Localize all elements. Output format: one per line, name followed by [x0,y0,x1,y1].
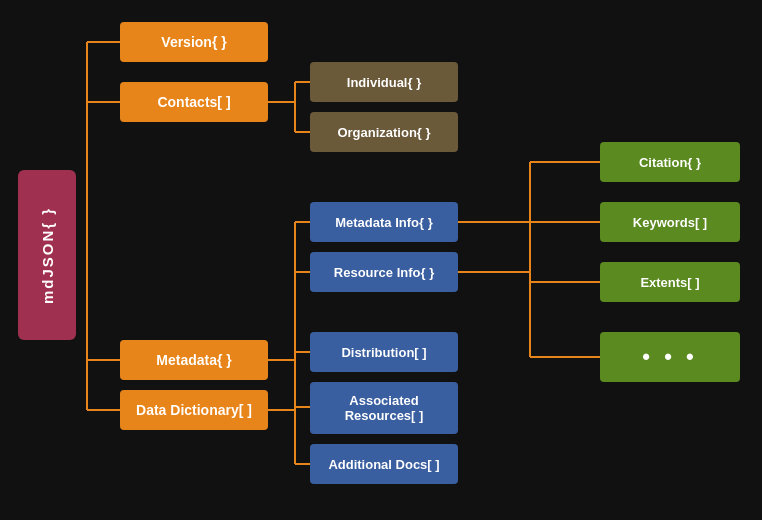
version-label: Version{ } [161,34,226,50]
contacts-box: Contacts[ ] [120,82,268,122]
root-label: mdJSON{ } [39,206,56,303]
citation-box: Citation{ } [600,142,740,182]
more-label: • • • [642,344,697,370]
organization-label: Organization{ } [337,125,430,140]
keywords-label: Keywords[ ] [633,215,707,230]
version-box: Version{ } [120,22,268,62]
datadictionary-label: Data Dictionary[ ] [136,402,252,418]
additionaldocs-label: Additional Docs[ ] [328,457,439,472]
individual-box: Individual{ } [310,62,458,102]
more-box: • • • [600,332,740,382]
metadata-label: Metadata{ } [156,352,231,368]
additionaldocs-box: Additional Docs[ ] [310,444,458,484]
contacts-label: Contacts[ ] [157,94,230,110]
associatedresources-box: Associated Resources[ ] [310,382,458,434]
metadatainfo-label: Metadata Info{ } [335,215,433,230]
distribution-box: Distribution[ ] [310,332,458,372]
datadictionary-box: Data Dictionary[ ] [120,390,268,430]
citation-label: Citation{ } [639,155,701,170]
associatedresources-label: Associated Resources[ ] [318,393,450,423]
resourceinfo-label: Resource Info{ } [334,265,434,280]
extents-box: Extents[ ] [600,262,740,302]
organization-box: Organization{ } [310,112,458,152]
resourceinfo-box: Resource Info{ } [310,252,458,292]
extents-label: Extents[ ] [640,275,699,290]
keywords-box: Keywords[ ] [600,202,740,242]
individual-label: Individual{ } [347,75,421,90]
distribution-label: Distribution[ ] [341,345,426,360]
root-box: mdJSON{ } [18,170,76,340]
metadata-box: Metadata{ } [120,340,268,380]
diagram: mdJSON{ } [0,0,762,520]
metadatainfo-box: Metadata Info{ } [310,202,458,242]
